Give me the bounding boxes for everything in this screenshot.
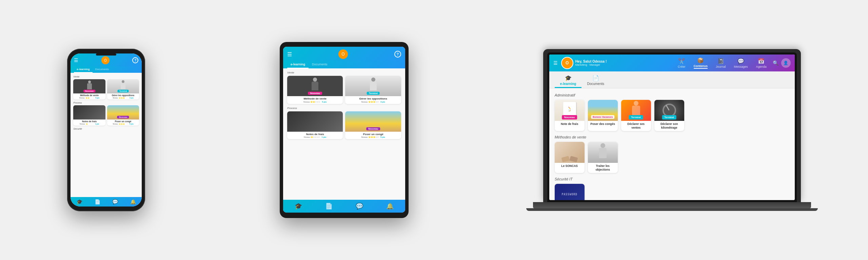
card-poser-conge[interactable]: Nouveau Poser un congé Niveau ⭐⭐⭐☆☆ 5 pt… xyxy=(107,105,139,126)
section-vente-label: Vente xyxy=(73,75,139,78)
laptop-card-notefrais[interactable]: ✏️📝 Nouveau Note de frais xyxy=(555,100,585,131)
tablet-card-oppositions[interactable]: Terminé Gérer les oppositions Niveau ⭐⭐⭐… xyxy=(345,76,401,104)
badge-done-gerer: Terminé xyxy=(118,90,129,92)
card-title-conge: Poser un congé xyxy=(108,120,138,123)
tablet-info-oppositions: Gérer les oppositions Niveau ⭐⭐⭐☆☆ 3 pts xyxy=(345,96,401,104)
tablet-nav-notif[interactable]: 🔔 xyxy=(386,202,394,210)
tablet-card-notes[interactable]: Notes de frais Niveau ⭐☆☆☆☆ 1 pts xyxy=(287,111,343,139)
tablet-tabs: e-learning Documents xyxy=(283,61,405,68)
nav-icon-notif[interactable]: 🔔 xyxy=(130,199,136,204)
search-icon[interactable]: 🔍 xyxy=(773,60,778,66)
laptop-user-role: Marketing · Manager xyxy=(575,63,607,66)
tablet-bottom-nav: 🎓 📄 💬 🔔 xyxy=(283,200,405,213)
nav-icon-learn[interactable]: 🎓 xyxy=(77,199,82,204)
laptop-card-password[interactable]: PASSWORD Password xyxy=(555,184,585,200)
card-gerer-oppositions[interactable]: Terminé Gérer les oppositions Niveau ⭐⭐⭐… xyxy=(107,79,139,100)
laptop-card-objections[interactable]: Traiter les objections xyxy=(588,142,618,173)
laptop-app-header: ☰ O Hey, Salut Odessa ! Marketing · Mana… xyxy=(549,55,795,71)
laptop-card-kilometrage[interactable]: Terminé Déclarer son kilométrage xyxy=(654,100,684,131)
laptop-nav-contenus[interactable]: 📦 Contenus xyxy=(691,57,711,69)
laptop-card-declarer-ventes[interactable]: Terminé Déclarer ses ventes xyxy=(621,100,651,131)
laptop-content: Administratif ✏️📝 Nouveau xyxy=(549,88,795,200)
laptop-avatar: O xyxy=(561,57,573,69)
documents-tab-icon: 📄 xyxy=(592,75,599,81)
laptop-card-soncas[interactable]: Le SONCAS xyxy=(555,142,585,173)
nav-icon-docs[interactable]: 📄 xyxy=(95,199,100,204)
laptop-info-conges: Poser des congés xyxy=(588,121,618,127)
tablet-help[interactable]: ? xyxy=(394,51,401,58)
laptop-nav: ✂️ Créer 📦 Contenus 📓 Journal 💬 xyxy=(675,57,769,69)
tablet-card-methode[interactable]: Nouveau Méthode de vente Niveau ⭐⭐☆☆☆ 5 … xyxy=(287,76,343,104)
laptop-user-name: Hey, Salut Odessa ! xyxy=(575,60,607,63)
agenda-label: Agenda xyxy=(756,65,767,68)
tablet-nav-learn[interactable]: 🎓 xyxy=(295,202,302,210)
nav-icon-chat[interactable]: 💬 xyxy=(112,199,118,204)
laptop-img-notefrais: ✏️📝 Nouveau xyxy=(555,100,585,121)
tablet-avatar: O xyxy=(338,49,348,59)
badge-new-methode: Nouveau xyxy=(83,90,95,92)
phone-bottom-nav: 🎓 📄 💬 🔔 xyxy=(71,197,142,207)
tablet-nav-chat[interactable]: 💬 xyxy=(356,202,363,210)
documents-tab-label: Documents xyxy=(587,82,604,86)
contenus-label: Contenus xyxy=(694,64,708,69)
tablet-nav-docs[interactable]: 📄 xyxy=(325,202,333,210)
laptop-subtab-elearning[interactable]: 🎓 e-learning xyxy=(555,73,582,88)
tablet-tab-documents[interactable]: Documents xyxy=(309,61,331,68)
phone-content: Vente Nouveau Méthode de vente xyxy=(71,73,142,197)
card-title-notes: Notes de frais xyxy=(75,120,104,123)
laptop-card-conges[interactable]: Bonnes Vacances Poser des congés xyxy=(588,100,618,131)
tablet-title-methode: Méthode de vente xyxy=(289,97,341,101)
laptop-nav-messages[interactable]: 💬 Messages xyxy=(731,57,751,69)
card-info-gerer: Gérer les oppositions Niveau ⭐⭐⭐☆☆ 3 pts xyxy=(107,93,139,100)
tablet-screen: ☰ O ? e-learning Documents Vente xyxy=(283,47,405,213)
laptop-user-text: Hey, Salut Odessa ! Marketing · Manager xyxy=(575,60,607,66)
laptop-nav-journal[interactable]: 📓 Journal xyxy=(713,57,729,69)
phone-tab-elearning[interactable]: e-learning xyxy=(74,66,92,73)
tablet-device: ☰ O ? e-learning Documents Vente xyxy=(280,42,409,218)
laptop-info-notefrais: Note de frais xyxy=(555,121,585,127)
creer-label: Créer xyxy=(678,65,686,68)
laptop-info-objections: Traiter les objections xyxy=(588,163,618,173)
card-info-notes: Notes de frais Niveau ⭐☆☆☆☆ 1 pts xyxy=(73,120,105,126)
laptop-nav-creer[interactable]: ✂️ Créer xyxy=(675,57,688,69)
card-notes-frais[interactable]: Notes de frais Niveau ⭐☆☆☆☆ 1 pts xyxy=(73,105,105,126)
elearning-tab-label: e-learning xyxy=(560,82,576,86)
tablet-level-conge: Niveau ⭐⭐⭐☆☆ 5 pts xyxy=(347,136,399,138)
avatar: O xyxy=(101,56,110,64)
laptop-subtab-documents[interactable]: 📄 Documents xyxy=(581,73,610,88)
tablet-img-oppositions: Terminé xyxy=(345,76,401,96)
card-img-notes xyxy=(73,105,105,120)
laptop-info-km: Déclarer son kilométrage xyxy=(654,121,684,131)
help-icon[interactable]: ? xyxy=(132,57,138,63)
vente-cards-row: Nouveau Méthode de vente Niveau ⭐⭐☆☆☆ 5 … xyxy=(73,79,139,100)
phone-screen: ☰ O ? e-learning Documents Vente xyxy=(71,53,142,207)
tablet-card-conge[interactable]: Nouveau Poser un congé Niveau ⭐⭐⭐☆☆ 5 pt… xyxy=(345,111,401,139)
methodes-cards-row: Le SONCAS Traiter les objections xyxy=(555,142,789,173)
laptop-badge-notefrais: Nouveau xyxy=(562,115,577,120)
laptop-profile-icon[interactable]: 👤 xyxy=(781,58,791,68)
contenus-icon: 📦 xyxy=(697,57,704,64)
card-title-gerer: Gérer les oppositions xyxy=(108,94,138,97)
tablet-level-notes: Niveau ⭐☆☆☆☆ 1 pts xyxy=(289,136,341,138)
laptop-nav-agenda[interactable]: 📅 Agenda xyxy=(753,57,769,69)
tablet-hamburger[interactable]: ☰ xyxy=(287,51,292,58)
laptop-img-ventes: Terminé xyxy=(621,100,651,121)
card-img-methode: Nouveau xyxy=(73,79,105,93)
laptop-hamburger-icon[interactable]: ☰ xyxy=(553,60,558,66)
hamburger-icon[interactable]: ☰ xyxy=(74,58,78,63)
laptop-img-conges: Bonnes Vacances xyxy=(588,100,618,121)
tablet-title-notes: Notes de frais xyxy=(289,133,341,136)
messages-icon: 💬 xyxy=(737,58,744,64)
laptop-user-info: O Hey, Salut Odessa ! Marketing · Manage… xyxy=(561,57,672,69)
tablet-tab-elearning[interactable]: e-learning xyxy=(287,61,309,68)
section-securite-label: Sécurité xyxy=(73,128,139,130)
agenda-icon: 📅 xyxy=(758,58,765,64)
card-methode-vente[interactable]: Nouveau Méthode de vente Niveau ⭐⭐☆☆☆ 5 … xyxy=(73,79,105,100)
card-info-conge: Poser un congé Niveau ⭐⭐⭐☆☆ 5 pts xyxy=(107,120,139,126)
phone-tab-documents[interactable]: Documents xyxy=(93,66,112,73)
badge-new2-conge: Nouveau xyxy=(117,116,129,118)
process-cards-row: Notes de frais Niveau ⭐☆☆☆☆ 1 pts Nouvea… xyxy=(73,105,139,126)
messages-label: Messages xyxy=(734,65,748,68)
tablet-img-conge: Nouveau xyxy=(345,111,401,132)
tablet-section-process: Process xyxy=(287,107,401,110)
